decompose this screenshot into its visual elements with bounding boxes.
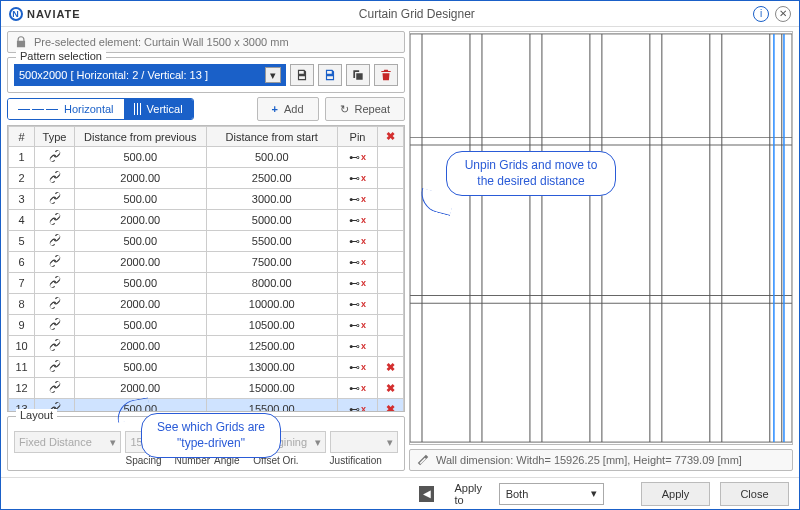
col-dprev[interactable]: Distance from previous	[75, 127, 207, 147]
grid-table[interactable]: # Type Distance from previous Distance f…	[7, 125, 405, 412]
row-pin[interactable]: ⊷x	[338, 273, 378, 294]
applyto-select[interactable]: Both▾	[499, 483, 604, 505]
row-dstart[interactable]: 2500.00	[206, 168, 338, 189]
row-dprev[interactable]: 500.00	[75, 357, 207, 378]
row-dstart[interactable]: 12500.00	[206, 336, 338, 357]
row-delete[interactable]: ✖	[378, 378, 404, 399]
row-dprev[interactable]: 2000.00	[75, 336, 207, 357]
repeat-button[interactable]: ↻Repeat	[325, 97, 405, 121]
help-icon[interactable]: i	[753, 6, 769, 22]
row-delete[interactable]	[378, 252, 404, 273]
row-pin[interactable]: ⊷x	[338, 399, 378, 413]
row-type[interactable]	[35, 168, 75, 189]
col-index[interactable]: #	[9, 127, 35, 147]
row-type[interactable]	[35, 273, 75, 294]
apply-button[interactable]: Apply	[641, 482, 710, 506]
row-dstart[interactable]: 15000.00	[206, 378, 338, 399]
save-pattern-button[interactable]	[290, 64, 314, 86]
table-row[interactable]: 3500.003000.00⊷x	[9, 189, 404, 210]
row-pin[interactable]: ⊷x	[338, 168, 378, 189]
row-type[interactable]	[35, 252, 75, 273]
row-delete[interactable]	[378, 315, 404, 336]
row-delete[interactable]	[378, 210, 404, 231]
row-type[interactable]	[35, 294, 75, 315]
close-window-icon[interactable]: ✕	[775, 6, 791, 22]
row-dprev[interactable]: 500.00	[75, 315, 207, 336]
col-type[interactable]: Type	[35, 127, 75, 147]
prev-nav-button[interactable]: ◀	[419, 486, 434, 502]
row-dprev[interactable]: 500.00	[75, 231, 207, 252]
row-pin[interactable]: ⊷x	[338, 357, 378, 378]
layout-rule-select[interactable]: Fixed Distance▾	[14, 431, 121, 453]
row-delete[interactable]	[378, 336, 404, 357]
pattern-select[interactable]: 500x2000 [ Horizontal: 2 / Vertical: 13 …	[14, 64, 286, 86]
table-row[interactable]: 9500.0010500.00⊷x	[9, 315, 404, 336]
row-pin[interactable]: ⊷x	[338, 189, 378, 210]
row-dstart[interactable]: 15500.00	[206, 399, 338, 413]
row-delete[interactable]	[378, 168, 404, 189]
layout-just-select[interactable]: ▾	[330, 431, 398, 453]
row-type[interactable]	[35, 315, 75, 336]
row-pin[interactable]: ⊷x	[338, 294, 378, 315]
row-pin[interactable]: ⊷x	[338, 252, 378, 273]
row-delete[interactable]: ✖	[378, 357, 404, 378]
table-row[interactable]: 62000.007500.00⊷x	[9, 252, 404, 273]
col-dstart[interactable]: Distance from start	[206, 127, 338, 147]
row-dstart[interactable]: 5000.00	[206, 210, 338, 231]
row-delete[interactable]	[378, 147, 404, 168]
row-type[interactable]	[35, 357, 75, 378]
table-row[interactable]: 13500.0015500.00⊷x✖	[9, 399, 404, 413]
row-dstart[interactable]: 500.00	[206, 147, 338, 168]
row-dprev[interactable]: 2000.00	[75, 210, 207, 231]
row-dstart[interactable]: 7500.00	[206, 252, 338, 273]
table-row[interactable]: 22000.002500.00⊷x	[9, 168, 404, 189]
row-pin[interactable]: ⊷x	[338, 378, 378, 399]
row-delete[interactable]	[378, 231, 404, 252]
row-delete[interactable]	[378, 294, 404, 315]
row-type[interactable]	[35, 231, 75, 252]
add-button[interactable]: +Add	[257, 97, 319, 121]
table-row[interactable]: 1500.00500.00⊷x	[9, 147, 404, 168]
row-dprev[interactable]: 500.00	[75, 273, 207, 294]
tab-horizontal[interactable]: Horizontal	[8, 99, 124, 119]
row-dprev[interactable]: 2000.00	[75, 294, 207, 315]
row-pin[interactable]: ⊷x	[338, 210, 378, 231]
col-delete[interactable]: ✖	[378, 127, 404, 147]
table-row[interactable]: 102000.0012500.00⊷x	[9, 336, 404, 357]
row-dstart[interactable]: 10000.00	[206, 294, 338, 315]
row-dprev[interactable]: 2000.00	[75, 252, 207, 273]
table-row[interactable]: 7500.008000.00⊷x	[9, 273, 404, 294]
row-type[interactable]	[35, 147, 75, 168]
row-pin[interactable]: ⊷x	[338, 147, 378, 168]
chevron-down-icon[interactable]: ▾	[265, 67, 281, 83]
table-row[interactable]: 82000.0010000.00⊷x	[9, 294, 404, 315]
row-type[interactable]	[35, 336, 75, 357]
row-pin[interactable]: ⊷x	[338, 315, 378, 336]
preview-canvas[interactable]	[409, 31, 793, 445]
table-row[interactable]: 11500.0013000.00⊷x✖	[9, 357, 404, 378]
row-type[interactable]	[35, 210, 75, 231]
saveas-pattern-button[interactable]	[318, 64, 342, 86]
row-type[interactable]	[35, 378, 75, 399]
row-dstart[interactable]: 10500.00	[206, 315, 338, 336]
row-dstart[interactable]: 13000.00	[206, 357, 338, 378]
row-delete[interactable]	[378, 189, 404, 210]
table-row[interactable]: 5500.005500.00⊷x	[9, 231, 404, 252]
row-dstart[interactable]: 5500.00	[206, 231, 338, 252]
row-dstart[interactable]: 8000.00	[206, 273, 338, 294]
table-row[interactable]: 122000.0015000.00⊷x✖	[9, 378, 404, 399]
close-button[interactable]: Close	[720, 482, 789, 506]
duplicate-pattern-button[interactable]	[346, 64, 370, 86]
row-dprev[interactable]: 2000.00	[75, 168, 207, 189]
row-type[interactable]	[35, 189, 75, 210]
delete-pattern-button[interactable]	[374, 64, 398, 86]
col-pin[interactable]: Pin	[338, 127, 378, 147]
tab-vertical[interactable]: Vertical	[124, 99, 193, 119]
row-pin[interactable]: ⊷x	[338, 336, 378, 357]
row-pin[interactable]: ⊷x	[338, 231, 378, 252]
table-row[interactable]: 42000.005000.00⊷x	[9, 210, 404, 231]
row-dprev[interactable]: 500.00	[75, 189, 207, 210]
row-delete[interactable]: ✖	[378, 399, 404, 413]
row-delete[interactable]	[378, 273, 404, 294]
row-dstart[interactable]: 3000.00	[206, 189, 338, 210]
